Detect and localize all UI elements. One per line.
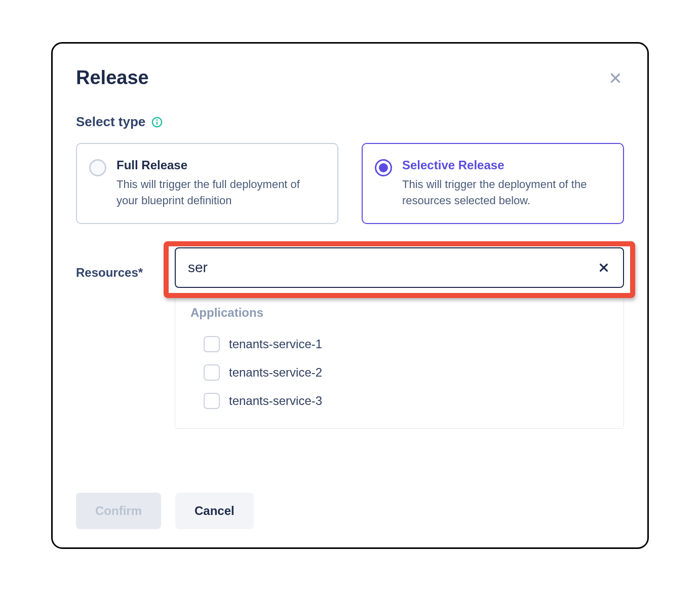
select-type-label: Select type [76, 114, 145, 130]
dropdown-group-label: Applications [190, 306, 608, 320]
full-release-desc: This will trigger the full deployment of… [116, 176, 323, 209]
resource-option-label: tenants-service-3 [229, 394, 322, 408]
radio-full-release[interactable] [89, 159, 106, 176]
resource-option[interactable]: tenants-service-3 [190, 387, 608, 415]
svg-point-3 [157, 119, 158, 121]
close-icon [609, 71, 622, 85]
svg-rect-4 [157, 121, 158, 124]
selective-release-desc: This will trigger the deployment of the … [402, 176, 609, 209]
release-dialog: Release Select type Full Release This wi… [51, 42, 649, 549]
type-options: Full Release This will trigger the full … [76, 143, 624, 224]
resource-option[interactable]: tenants-service-1 [190, 330, 608, 358]
type-card-selective-release[interactable]: Selective Release This will trigger the … [362, 143, 624, 224]
resources-row: Resources* Applications tenants-service-… [76, 247, 624, 429]
resource-option-label: tenants-service-1 [229, 337, 322, 351]
resource-checkbox[interactable] [204, 336, 220, 352]
resource-checkbox[interactable] [204, 364, 220, 381]
resources-dropdown: Applications tenants-service-1 tenants-s… [175, 294, 624, 429]
cancel-button[interactable]: Cancel [175, 493, 254, 529]
type-card-full-release[interactable]: Full Release This will trigger the full … [76, 143, 338, 224]
resource-option[interactable]: tenants-service-2 [190, 358, 608, 387]
resource-checkbox[interactable] [204, 393, 220, 409]
select-type-row: Select type [76, 114, 624, 130]
resources-label: Resources* [76, 247, 160, 280]
dialog-header: Release [76, 67, 624, 89]
full-release-title: Full Release [116, 158, 323, 172]
dialog-title: Release [76, 67, 149, 89]
selective-release-title: Selective Release [402, 158, 609, 172]
resources-search-wrap [175, 247, 624, 288]
resources-body: Applications tenants-service-1 tenants-s… [175, 247, 624, 429]
info-icon[interactable] [151, 117, 163, 128]
radio-selective-release[interactable] [375, 159, 392, 176]
clear-icon [598, 262, 609, 273]
close-button[interactable] [607, 69, 624, 87]
dialog-footer: Confirm Cancel [76, 462, 624, 529]
resources-search-input[interactable] [188, 260, 597, 276]
resource-option-label: tenants-service-2 [229, 365, 322, 380]
confirm-button[interactable]: Confirm [76, 493, 161, 529]
clear-search-button[interactable] [597, 261, 611, 275]
